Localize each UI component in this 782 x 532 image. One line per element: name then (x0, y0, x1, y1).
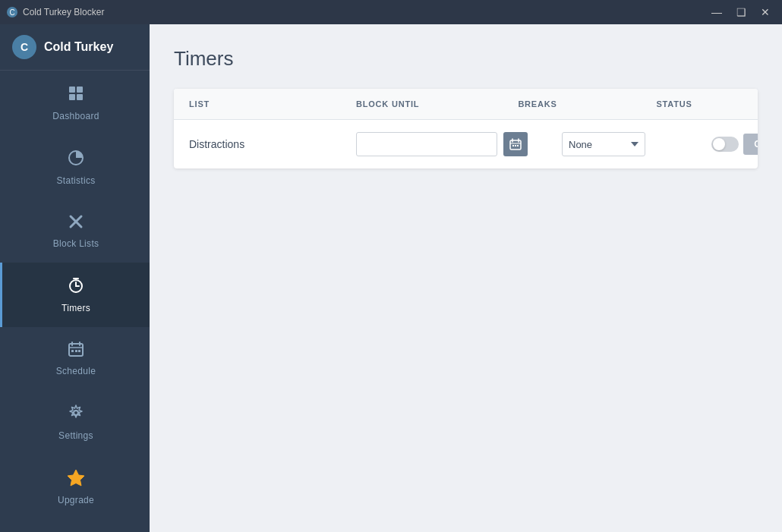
window-controls: — ❑ ✕ (706, 5, 776, 20)
svg-rect-5 (77, 87, 83, 93)
sidebar-label-settings: Settings (58, 430, 93, 441)
sidebar-item-statistics[interactable]: Statistics (0, 135, 150, 200)
sidebar-item-block-lists[interactable]: Block Lists (0, 200, 150, 263)
breaks-select[interactable]: None 5 min 10 min 15 min 30 min (562, 132, 645, 156)
block-until-input[interactable] (356, 132, 497, 156)
svg-rect-30 (517, 145, 519, 146)
status-toggle[interactable] (711, 137, 739, 152)
sidebar: C Cold Turkey Dashboard (0, 24, 150, 532)
app-body: C Cold Turkey Dashboard (0, 24, 782, 532)
sidebar-item-schedule[interactable]: Schedule (0, 327, 150, 390)
col-list: LIST (189, 99, 356, 109)
sidebar-label-timers: Timers (61, 303, 90, 313)
col-breaks: BREAKS (469, 99, 606, 109)
logo-icon: C (12, 35, 36, 59)
svg-text:C: C (9, 8, 14, 17)
svg-text:C: C (20, 41, 28, 53)
logo-text: Cold Turkey (44, 40, 113, 54)
svg-rect-20 (75, 350, 77, 352)
schedule-icon (68, 341, 84, 362)
minimize-button[interactable]: — (706, 5, 727, 20)
toggle-knob (713, 138, 725, 150)
table-header: LIST BLOCK UNTIL BREAKS STATUS (174, 89, 758, 120)
page-title: Timers (174, 47, 758, 71)
status-off-button[interactable]: OFF (743, 134, 758, 155)
svg-rect-6 (69, 94, 75, 100)
svg-rect-7 (77, 94, 83, 100)
col-block-until: BLOCK UNTIL (356, 99, 469, 109)
window-title: Cold Turkey Blocker (23, 7, 706, 17)
svg-rect-4 (69, 87, 75, 93)
sidebar-item-dashboard[interactable]: Dashboard (0, 71, 150, 135)
sidebar-label-block-lists: Block Lists (53, 238, 99, 249)
svg-marker-23 (68, 470, 84, 486)
sidebar-item-timers[interactable]: Timers (0, 263, 150, 327)
title-bar: C Cold Turkey Blocker — ❑ ✕ (0, 0, 782, 24)
settings-icon (67, 404, 85, 427)
breaks-cell: None 5 min 10 min 15 min 30 min (543, 132, 680, 156)
main-content: Timers LIST BLOCK UNTIL BREAKS STATUS Di… (150, 24, 782, 532)
col-status: STATUS (606, 99, 743, 109)
timers-table: LIST BLOCK UNTIL BREAKS STATUS Distracti… (174, 89, 758, 168)
sidebar-label-dashboard: Dashboard (52, 111, 99, 121)
sidebar-item-settings[interactable]: Settings (0, 390, 150, 455)
statistics-icon (67, 149, 85, 172)
block-lists-icon (68, 213, 84, 235)
svg-rect-19 (71, 350, 74, 352)
sidebar-label-schedule: Schedule (56, 366, 96, 376)
sidebar-label-statistics: Statistics (56, 175, 95, 186)
block-until-cell (356, 132, 543, 156)
svg-rect-29 (515, 145, 516, 146)
close-button[interactable]: ✕ (755, 5, 776, 20)
calendar-button[interactable] (503, 132, 528, 156)
status-cell: OFF (680, 134, 758, 155)
list-name: Distractions (189, 138, 356, 150)
sidebar-item-upgrade[interactable]: Upgrade (0, 455, 150, 519)
upgrade-icon (67, 468, 85, 491)
table-row: Distractions (174, 120, 758, 168)
maximize-button[interactable]: ❑ (730, 5, 752, 20)
app-icon: C (6, 6, 18, 18)
sidebar-label-upgrade: Upgrade (58, 495, 94, 505)
svg-rect-21 (78, 350, 80, 352)
svg-rect-28 (512, 145, 514, 146)
sidebar-logo: C Cold Turkey (0, 24, 150, 71)
timers-icon (67, 276, 85, 299)
dashboard-icon (67, 84, 85, 107)
